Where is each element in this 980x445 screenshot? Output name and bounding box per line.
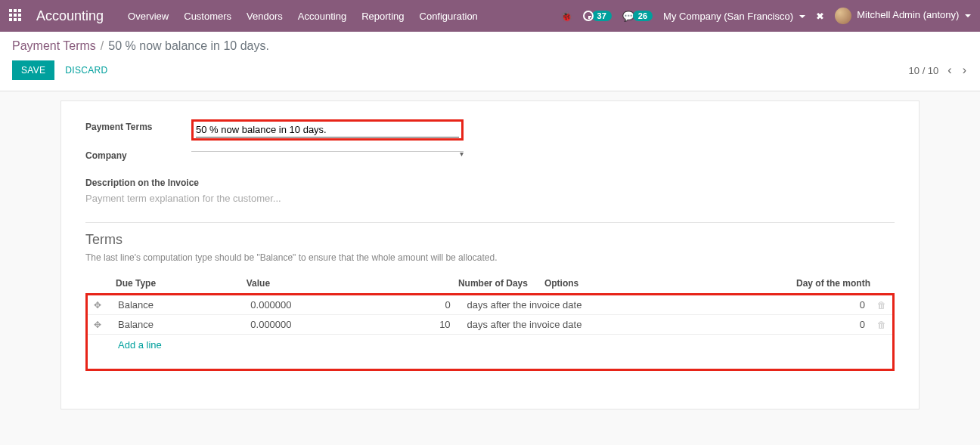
cell-due-type[interactable]: Balance xyxy=(112,295,244,315)
chevron-down-icon xyxy=(965,14,971,17)
field-payment-terms: Payment Terms xyxy=(85,119,895,141)
terms-help: The last line's computation type should … xyxy=(85,252,895,263)
trash-icon[interactable]: 🗑 xyxy=(877,320,886,330)
pager-prev-icon[interactable]: ‹ xyxy=(946,63,953,77)
divider xyxy=(85,222,895,223)
description-label: Description on the Invoice xyxy=(85,178,895,188)
cell-options[interactable]: days after the invoice date xyxy=(457,315,823,335)
add-line-link[interactable]: Add a line xyxy=(118,339,162,351)
activity-icon[interactable]: 37 xyxy=(583,11,612,21)
dev-tools-icon[interactable]: ✖ xyxy=(816,11,824,22)
nav-accounting[interactable]: Accounting xyxy=(298,11,346,22)
table-row[interactable]: ✥ Balance 0.000000 0 days after the invo… xyxy=(88,295,892,315)
nav-reporting[interactable]: Reporting xyxy=(361,11,404,22)
top-nav: Accounting Overview Customers Vendors Ac… xyxy=(0,0,980,32)
breadcrumb-current: 50 % now balance in 10 days. xyxy=(108,39,269,53)
app-title: Accounting xyxy=(36,8,104,24)
company-field: ▾ xyxy=(191,148,464,158)
form-sheet: Payment Terms Company ▾ Description on t… xyxy=(60,100,920,409)
avatar xyxy=(835,8,851,24)
nav-right: 🐞 37 💬 26 My Company (San Francisco) ✖ M… xyxy=(560,8,971,24)
col-num-days[interactable]: Number of Days xyxy=(330,273,534,294)
control-bar: Payment Terms / 50 % now balance in 10 d… xyxy=(0,32,980,91)
add-line-row: Add a line xyxy=(88,335,892,369)
save-button[interactable]: SAVE xyxy=(12,60,54,80)
payment-terms-input[interactable] xyxy=(196,122,459,138)
user-menu[interactable]: Mitchell Admin (antony) xyxy=(835,8,971,24)
drag-handle-icon[interactable]: ✥ xyxy=(94,300,101,311)
breadcrumb: Payment Terms / 50 % now balance in 10 d… xyxy=(12,39,968,53)
cell-num-days[interactable]: 10 xyxy=(392,315,457,335)
col-day-of-month[interactable]: Day of the month xyxy=(661,273,876,294)
cell-options[interactable]: days after the invoice date xyxy=(457,295,823,315)
pager: 10 / 10 ‹ › xyxy=(909,63,968,77)
apps-icon[interactable] xyxy=(9,9,23,23)
nav-overview[interactable]: Overview xyxy=(128,11,169,22)
user-name: Mitchell Admin (antony) xyxy=(857,9,959,20)
activity-badge: 37 xyxy=(592,11,612,21)
bug-icon[interactable]: 🐞 xyxy=(560,11,572,22)
nav-vendors[interactable]: Vendors xyxy=(247,11,283,22)
terms-highlight-box: ✥ Balance 0.000000 0 days after the invo… xyxy=(85,293,895,371)
company-name: My Company (San Francisco) xyxy=(663,11,793,22)
table-row[interactable]: ✥ Balance 0.000000 10 days after the inv… xyxy=(88,315,892,335)
nav-configuration[interactable]: Configuration xyxy=(420,11,478,22)
company-switcher[interactable]: My Company (San Francisco) xyxy=(663,11,805,22)
terms-table-body: ✥ Balance 0.000000 0 days after the invo… xyxy=(88,295,892,369)
payment-terms-highlight xyxy=(191,119,464,141)
breadcrumb-separator: / xyxy=(101,39,104,53)
col-value[interactable]: Value xyxy=(240,273,330,294)
pager-next-icon[interactable]: › xyxy=(961,63,968,77)
company-label: Company xyxy=(85,148,191,161)
breadcrumb-parent[interactable]: Payment Terms xyxy=(12,39,96,53)
pager-text[interactable]: 10 / 10 xyxy=(909,65,939,76)
nav-menu: Overview Customers Vendors Accounting Re… xyxy=(128,11,478,22)
terms-title: Terms xyxy=(85,232,895,248)
messages-badge: 26 xyxy=(633,11,653,21)
messages-icon[interactable]: 💬 26 xyxy=(622,11,653,22)
description-input[interactable]: Payment term explanation for the custome… xyxy=(85,191,895,206)
chevron-down-icon: ▾ xyxy=(460,150,464,158)
col-options[interactable]: Options xyxy=(534,273,661,294)
payment-terms-label: Payment Terms xyxy=(85,119,191,132)
discard-button[interactable]: DISCARD xyxy=(65,65,107,76)
company-select[interactable]: ▾ xyxy=(191,148,464,152)
cell-day-of-month[interactable]: 0 xyxy=(822,295,871,315)
trash-icon[interactable]: 🗑 xyxy=(877,300,886,311)
chevron-down-icon xyxy=(799,15,805,18)
cell-day-of-month[interactable]: 0 xyxy=(822,315,871,335)
terms-table-header: Due Type Value Number of Days Options Da… xyxy=(85,273,895,294)
drag-handle-icon[interactable]: ✥ xyxy=(94,320,101,330)
nav-customers[interactable]: Customers xyxy=(184,11,231,22)
cell-due-type[interactable]: Balance xyxy=(112,315,244,335)
cell-value[interactable]: 0.000000 xyxy=(244,315,392,335)
field-company: Company ▾ xyxy=(85,148,895,161)
col-due-type[interactable]: Due Type xyxy=(110,273,240,294)
actions-row: SAVE DISCARD 10 / 10 ‹ › xyxy=(12,60,968,80)
cell-num-days[interactable]: 0 xyxy=(392,295,457,315)
cell-value[interactable]: 0.000000 xyxy=(244,295,392,315)
